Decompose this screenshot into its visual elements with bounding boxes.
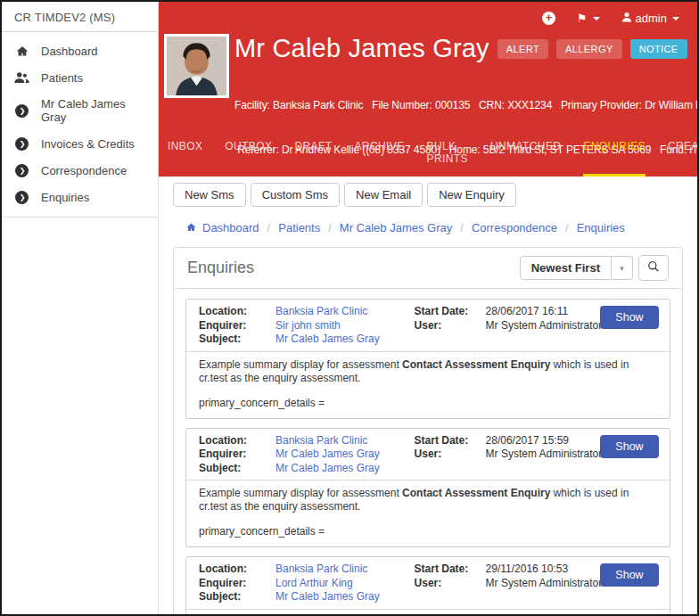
sort-dropdown: Newest First [520,256,633,280]
caret-down-icon [672,17,679,21]
enquiry-header: Location:Banksia Park Clinic Enquirer:Lo… [186,557,670,609]
start-date-value: 28/06/2017 16:11 [486,305,569,319]
sidebar-item-invoices[interactable]: Invoices & Credits [2,130,158,157]
subject-label: Subject: [199,590,275,604]
correspondence-tabs: INBOX OUTBOX DRAFT ARCHIVE BULK PRINTS U… [159,132,697,177]
new-email-button[interactable]: New Email [344,183,423,207]
notice-badge[interactable]: NOTICE [630,39,687,59]
sidebar-item-correspondence[interactable]: Correspondence [2,157,158,184]
user-menu[interactable]: admin [621,12,679,25]
topbar: admin [159,2,697,27]
show-button[interactable]: Show [600,563,659,587]
breadcrumb-correspondence[interactable]: Correspondence [472,221,557,234]
start-date-label: Start Date: [415,563,486,577]
users-icon [14,70,29,85]
app-title: CR TIMDEV2 (MS) [2,2,158,32]
tab-create[interactable]: CREATE [668,132,697,177]
sidebar: CR TIMDEV2 (MS) Dashboard Patients Mr Ca… [2,2,159,614]
location-link[interactable]: Banksia Park Clinic [275,563,367,577]
tab-draft[interactable]: DRAFT [294,132,332,177]
location-link[interactable]: Banksia Park Clinic [275,434,367,448]
summary-line2: primary_concern_details = [199,525,657,538]
tab-inbox[interactable]: INBOX [168,132,202,177]
subject-link[interactable]: Mr Caleb James Gray [275,333,380,347]
sidebar-item-enquiries[interactable]: Enquiries [2,184,158,210]
summary-bold-text: Contact Assessment Enquiry [402,487,550,499]
sidebar-item-label: Dashboard [41,45,98,58]
breadcrumb-dashboard[interactable]: Dashboard [202,221,259,234]
enquiry-item: Location:Banksia Park Clinic Enquirer:Lo… [185,556,670,616]
tab-archive[interactable]: ARCHIVE [354,132,404,177]
sort-caret-button[interactable] [612,256,633,280]
patient-details-line: Facility: Banksia Park Clinic File Numbe… [234,98,688,113]
enquirer-link[interactable]: Lord Arthur King [275,577,353,591]
breadcrumb-patient-name[interactable]: Mr Caleb James Gray [340,221,452,234]
tab-outbox[interactable]: OUTBOX [225,132,272,177]
start-date-value: 28/06/2017 15:59 [486,434,569,448]
sidebar-item-label: Correspondence [41,164,127,177]
panel-title: Enquiries [187,259,254,277]
breadcrumb-separator: / [328,221,332,234]
location-link[interactable]: Banksia Park Clinic [275,305,367,319]
app-window: CR TIMDEV2 (MS) Dashboard Patients Mr Ca… [0,0,699,616]
start-date-value: 29/11/2016 10:53 [486,563,569,577]
sort-button[interactable]: Newest First [520,256,612,280]
flag-icon [577,12,588,25]
show-button[interactable]: Show [600,435,659,458]
sidebar-item-patient-name[interactable]: Mr Caleb James Gray [2,91,158,130]
start-date-label: Start Date: [415,434,486,448]
subject-label: Subject: [199,462,275,476]
enquiry-summary: Example summary display for assessment C… [186,351,670,418]
enquirer-label: Enquirer: [199,319,275,333]
search-button[interactable] [638,255,669,281]
breadcrumb-separator: / [460,221,464,234]
tab-enquiries[interactable]: ENQUIRIES [583,132,646,177]
summary-text: Example summary display for assessment [199,487,402,499]
subject-link[interactable]: Mr Caleb James Gray [275,590,380,604]
chevron-circle-icon [14,136,29,151]
patient-banner: admin Mr Caleb James Gray ALERT [159,2,697,177]
chevron-circle-icon [14,163,29,177]
show-button[interactable]: Show [600,306,659,329]
breadcrumb-enquiries[interactable]: Enquiries [577,221,625,234]
enquiries-panel-header: Enquiries Newest First [174,248,682,289]
enquiry-header: Location:Banksia Park Clinic Enquirer:Si… [186,300,670,351]
enquiry-header: Location:Banksia Park Clinic Enquirer:Mr… [186,429,670,480]
enquiries-list: Location:Banksia Park Clinic Enquirer:Si… [174,289,682,616]
sidebar-item-patients[interactable]: Patients [2,64,158,91]
tab-bulk-prints[interactable]: BULK PRINTS [427,132,468,177]
flag-menu[interactable] [577,12,600,25]
panel-controls: Newest First [520,255,669,281]
tab-unmatched[interactable]: UNMATCHED [490,132,561,177]
location-label: Location: [199,305,275,319]
breadcrumb-separator: / [267,221,271,234]
custom-sms-button[interactable]: Custom Sms [251,183,340,207]
new-enquiry-button[interactable]: New Enquiry [427,183,516,207]
sidebar-item-label: Enquiries [41,191,89,204]
new-sms-button[interactable]: New Sms [173,183,246,207]
caret-down-icon [593,17,600,21]
enquiry-summary: Example summary display for assessment C… [186,480,670,546]
enquiries-panel: Enquiries Newest First Locat [173,247,683,616]
alert-badge[interactable]: ALERT [498,39,548,59]
search-icon [647,260,660,275]
sidebar-divider [2,217,158,218]
main-content: New Sms Custom Sms New Email New Enquiry… [159,177,697,616]
subject-link[interactable]: Mr Caleb James Gray [275,462,380,476]
sidebar-item-label: Patients [41,71,83,85]
enquiry-item: Location:Banksia Park Clinic Enquirer:Si… [185,299,670,419]
enquiry-summary: Test [186,609,670,616]
sidebar-item-dashboard[interactable]: Dashboard [2,37,158,64]
patient-photo [164,34,229,98]
allergy-badge[interactable]: ALLERGY [556,39,622,59]
enquirer-label: Enquirer: [199,577,275,591]
user-value: Mr System Administrator [486,319,603,333]
action-buttons: New Sms Custom Sms New Email New Enquiry [173,183,683,207]
enquirer-label: Enquirer: [199,448,275,462]
subject-label: Subject: [199,333,275,347]
home-icon [14,44,29,58]
add-button[interactable] [542,12,555,25]
breadcrumb-patients[interactable]: Patients [278,221,320,234]
enquirer-link[interactable]: Mr Caleb James Gray [275,448,380,462]
enquirer-link[interactable]: Sir john smith [275,319,341,333]
